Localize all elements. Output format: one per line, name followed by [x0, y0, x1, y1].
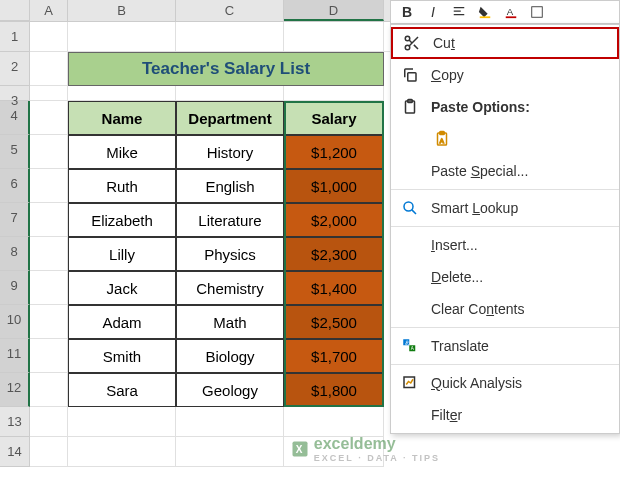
row-header-2[interactable]: 2	[0, 52, 30, 86]
row-header-11[interactable]: 11	[0, 339, 30, 373]
svg-line-16	[412, 210, 416, 214]
header-dept[interactable]: Department	[176, 101, 284, 135]
svg-point-15	[404, 202, 413, 211]
menu-paste-default[interactable]: A	[423, 123, 619, 155]
svg-line-8	[409, 40, 412, 43]
bold-icon[interactable]: B	[397, 2, 417, 22]
copy-icon	[399, 64, 421, 86]
row-header-9[interactable]: 9	[0, 271, 30, 305]
row-header-14[interactable]: 14	[0, 437, 30, 467]
menu-filter-label: Filter	[431, 407, 611, 423]
cell-salary[interactable]: $2,000	[284, 203, 384, 237]
cell-name[interactable]: Jack	[68, 271, 176, 305]
italic-icon[interactable]: I	[423, 2, 443, 22]
cell-name[interactable]: Elizabeth	[68, 203, 176, 237]
row-header-13[interactable]: 13	[0, 407, 30, 437]
watermark: X exceldemy EXCEL · DATA · TIPS	[290, 435, 440, 463]
row-header-6[interactable]: 6	[0, 169, 30, 203]
svg-rect-0	[480, 16, 491, 18]
row-header-10[interactable]: 10	[0, 305, 30, 339]
svg-rect-2	[506, 16, 517, 18]
menu-clear-contents-label: Clear Contents	[431, 301, 611, 317]
context-menu: Cut Copy Paste Options: A Paste Special.…	[390, 24, 620, 434]
cell-name[interactable]: Sara	[68, 373, 176, 407]
row-header-3[interactable]: 3	[0, 86, 30, 101]
cell-dept[interactable]: Chemistry	[176, 271, 284, 305]
cell-dept[interactable]: Physics	[176, 237, 284, 271]
cell-name[interactable]: Ruth	[68, 169, 176, 203]
cell-name[interactable]: Lilly	[68, 237, 176, 271]
title-cell[interactable]: Teacher's Salary List	[68, 52, 384, 86]
menu-separator	[391, 226, 619, 227]
menu-copy[interactable]: Copy	[391, 59, 619, 91]
row-header-1[interactable]: 1	[0, 22, 30, 52]
row-header-7[interactable]: 7	[0, 203, 30, 237]
menu-paste-special-label: Paste Special...	[431, 163, 611, 179]
col-header-B[interactable]: B	[68, 0, 176, 21]
header-salary[interactable]: Salary	[284, 101, 384, 135]
watermark-main: exceldemy	[314, 435, 440, 453]
svg-point-4	[405, 36, 410, 41]
cell-name[interactable]: Smith	[68, 339, 176, 373]
menu-separator	[391, 327, 619, 328]
cell-dept[interactable]: Geology	[176, 373, 284, 407]
font-color-icon[interactable]: A	[501, 2, 521, 22]
menu-insert-label: Insert...	[431, 237, 611, 253]
svg-text:A: A	[507, 6, 514, 17]
cell-salary[interactable]: $1,400	[284, 271, 384, 305]
menu-paste-options-label: Paste Options:	[431, 99, 611, 115]
paste-icon: A	[431, 128, 453, 150]
cell-salary[interactable]: $2,300	[284, 237, 384, 271]
svg-rect-3	[532, 7, 543, 18]
row-header-12[interactable]: 12	[0, 373, 30, 407]
menu-paste-options: Paste Options:	[391, 91, 619, 123]
row-headers: 1 2 3 4 5 6 7 8 9 10 11 12 13 14	[0, 22, 30, 467]
quick-analysis-icon	[399, 372, 421, 394]
translate-icon: あA	[399, 335, 421, 357]
cell-dept[interactable]: English	[176, 169, 284, 203]
menu-cut[interactable]: Cut	[391, 27, 619, 59]
menu-quick-analysis[interactable]: Quick Analysis	[391, 367, 619, 399]
border-icon[interactable]	[527, 2, 547, 22]
menu-paste-special[interactable]: Paste Special...	[391, 155, 619, 187]
cell-dept[interactable]: Biology	[176, 339, 284, 373]
cell-salary[interactable]: $1,200	[284, 135, 384, 169]
svg-text:X: X	[296, 444, 303, 455]
col-header-D[interactable]: D	[284, 0, 384, 21]
row-header-8[interactable]: 8	[0, 237, 30, 271]
menu-insert[interactable]: Insert...	[391, 229, 619, 261]
cell-salary[interactable]: $1,000	[284, 169, 384, 203]
menu-copy-label: Copy	[431, 67, 611, 83]
svg-rect-13	[440, 132, 445, 135]
menu-filter[interactable]: Filter	[391, 399, 619, 431]
fill-color-icon[interactable]	[475, 2, 495, 22]
cell-salary[interactable]: $1,800	[284, 373, 384, 407]
menu-quick-analysis-label: Quick Analysis	[431, 375, 611, 391]
menu-clear-contents[interactable]: Clear Contents	[391, 293, 619, 325]
cell-name[interactable]: Adam	[68, 305, 176, 339]
cell-dept[interactable]: History	[176, 135, 284, 169]
menu-delete-label: Delete...	[431, 269, 611, 285]
svg-rect-9	[408, 73, 416, 81]
cell-salary[interactable]: $2,500	[284, 305, 384, 339]
align-icon[interactable]	[449, 2, 469, 22]
watermark-sub: EXCEL · DATA · TIPS	[314, 453, 440, 463]
cell-name[interactable]: Mike	[68, 135, 176, 169]
select-all-corner[interactable]	[0, 0, 30, 21]
header-name[interactable]: Name	[68, 101, 176, 135]
cell-dept[interactable]: Math	[176, 305, 284, 339]
svg-text:A: A	[440, 138, 444, 144]
menu-translate[interactable]: あA Translate	[391, 330, 619, 362]
cell-salary[interactable]: $1,700	[284, 339, 384, 373]
svg-text:あ: あ	[405, 340, 410, 345]
cell-dept[interactable]: Literature	[176, 203, 284, 237]
menu-separator	[391, 364, 619, 365]
row-header-5[interactable]: 5	[0, 135, 30, 169]
mini-toolbar: B I A	[390, 0, 620, 24]
svg-point-5	[405, 45, 410, 50]
col-header-C[interactable]: C	[176, 0, 284, 21]
col-header-A[interactable]: A	[30, 0, 68, 21]
row-header-4[interactable]: 4	[0, 101, 30, 135]
menu-smart-lookup[interactable]: Smart Lookup	[391, 192, 619, 224]
menu-delete[interactable]: Delete...	[391, 261, 619, 293]
